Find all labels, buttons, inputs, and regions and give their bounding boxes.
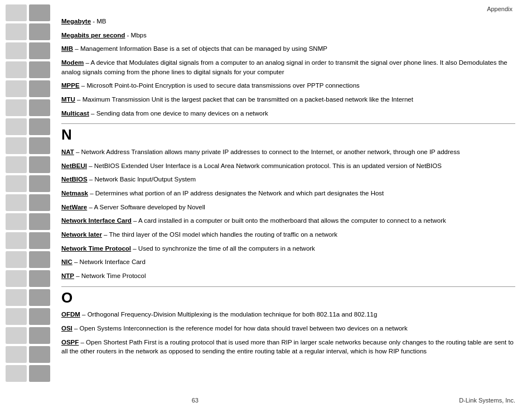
term-mppe: MPPE (61, 82, 80, 89)
def-netmask: Netmask – Determines what portion of an … (61, 189, 515, 198)
def-mtu-text: – Maximum Transmission Unit is the large… (75, 96, 413, 103)
deco-block (6, 308, 27, 325)
deco-block-dark (29, 365, 50, 382)
deco-block-dark (29, 137, 50, 154)
deco-block (6, 80, 27, 97)
def-netbeui-text: – NetBIOS Extended User Interface is a L… (87, 162, 442, 169)
deco-block (6, 137, 27, 154)
deco-block-dark (29, 175, 50, 192)
deco-block-dark (29, 80, 50, 97)
def-ofdm: OFDM – Orthogonal Frequency-Division Mul… (61, 310, 515, 319)
deco-block-dark (29, 232, 50, 249)
deco-block (6, 365, 27, 382)
def-mtu: MTU – Maximum Transmission Unit is the l… (61, 95, 515, 104)
def-netbios-text: – Network Basic Input/Output System (88, 176, 196, 183)
deco-block-dark (29, 213, 50, 230)
def-network-later-text: – The third layer of the OSI model which… (102, 231, 337, 238)
deco-block (6, 61, 27, 78)
def-osi: OSI – Open Systems Interconnection is th… (61, 324, 515, 333)
term-network-interface-card: Network Interface Card (61, 217, 132, 224)
page-number: 63 (192, 397, 199, 404)
deco-block-dark (29, 61, 50, 78)
def-netbios: NetBIOS – Network Basic Input/Output Sys… (61, 175, 515, 184)
term-modem: Modem (61, 59, 84, 66)
deco-block-dark (29, 4, 50, 21)
term-netbios: NetBIOS (61, 176, 88, 183)
deco-col-1 (6, 4, 27, 408)
def-mppe: MPPE – Microsoft Point-to-Point Encrypti… (61, 81, 515, 90)
deco-block (6, 289, 27, 306)
def-ntp: NTP – Network Time Protocol (61, 271, 515, 281)
term-mtu: MTU (61, 96, 75, 103)
term-ofdm: OFDM (61, 311, 80, 318)
deco-block-dark (29, 118, 50, 135)
m-section-entries: Megabyte - MB Megabits per second - Mbps… (61, 17, 515, 118)
term-osi: OSI (61, 325, 72, 332)
n-section-divider (61, 123, 515, 124)
o-section-entries: OFDM – Orthogonal Frequency-Division Mul… (61, 310, 515, 356)
def-osi-text: – Open Systems Interconnection is the re… (72, 325, 408, 332)
deco-block (6, 251, 27, 268)
def-megabits-per-second-text: - Mbps (125, 32, 146, 39)
term-megabits-per-second: Megabits per second (61, 32, 125, 39)
deco-block-dark (29, 327, 50, 344)
deco-block (6, 175, 27, 192)
deco-block-dark (29, 346, 50, 363)
deco-block (6, 346, 27, 363)
deco-block (6, 4, 27, 21)
o-section-divider (61, 286, 515, 287)
deco-block (6, 327, 27, 344)
def-nic: NIC – Network Interface Card (61, 257, 515, 267)
def-nat: NAT – Network Address Translation allows… (61, 147, 515, 157)
term-nat: NAT (61, 148, 74, 155)
deco-block (6, 42, 27, 59)
def-netbeui: NetBEUI – NetBIOS Extended User Interfac… (61, 161, 515, 171)
o-section-letter: O (61, 290, 515, 306)
deco-block (6, 213, 27, 230)
def-nic-text: – Network Interface Card (72, 258, 146, 265)
term-netware: NetWare (61, 204, 87, 210)
company-name: D-Link Systems, Inc. (459, 397, 515, 404)
deco-block-dark (29, 42, 50, 59)
def-network-interface-card: Network Interface Card – A card installe… (61, 216, 515, 226)
def-netmask-text: – Determines what portion of an IP addre… (88, 190, 384, 197)
page-container: Appendix Megabyte - MB Megabits per seco… (0, 0, 532, 412)
def-network-later: Network later – The third layer of the O… (61, 230, 515, 239)
def-nat-text: – Network Address Translation allows man… (74, 148, 460, 155)
term-netbeui: NetBEUI (61, 162, 87, 169)
deco-block (6, 99, 27, 116)
term-multicast: Multicast (61, 110, 89, 117)
term-network-later: Network later (61, 231, 102, 238)
term-ospf: OSPF (61, 339, 79, 346)
left-decoration (0, 0, 56, 412)
page-header: Appendix (61, 6, 515, 12)
deco-block (6, 156, 27, 173)
def-modem-text: – A device that Modulates digital signal… (61, 59, 507, 75)
deco-block-dark (29, 156, 50, 173)
deco-col-2 (29, 4, 50, 408)
deco-block-dark (29, 194, 50, 211)
def-ospf-text: – Open Shortest Path First is a routing … (61, 339, 514, 355)
deco-block (6, 270, 27, 287)
def-netware: NetWare – A Server Software developed by… (61, 203, 515, 212)
def-ntp-text: – Network Time Protocol (74, 272, 146, 279)
deco-block-dark (29, 251, 50, 268)
deco-block-dark (29, 270, 50, 287)
deco-block-dark (29, 99, 50, 116)
def-network-interface-card-text: – A card installed in a computer or buil… (132, 217, 446, 224)
deco-block (6, 194, 27, 211)
def-network-time-protocol-text: – Used to synchronize the time of all th… (131, 245, 315, 252)
term-ntp: NTP (61, 272, 74, 279)
deco-block (6, 23, 27, 40)
term-netmask: Netmask (61, 190, 88, 197)
def-ofdm-text: – Orthogonal Frequency-Division Multiple… (80, 311, 378, 318)
deco-block-dark (29, 23, 50, 40)
term-network-time-protocol: Network Time Protocol (61, 245, 131, 252)
def-mib: MIB – Management Information Base is a s… (61, 44, 515, 54)
def-mppe-text: – Microsoft Point-to-Point Encryption is… (80, 82, 360, 89)
deco-block (6, 118, 27, 135)
n-section-letter: N (61, 127, 515, 143)
n-section-entries: NAT – Network Address Translation allows… (61, 147, 515, 281)
def-ospf: OSPF – Open Shortest Path First is a rou… (61, 338, 515, 356)
def-megabyte: Megabyte - MB (61, 17, 515, 26)
